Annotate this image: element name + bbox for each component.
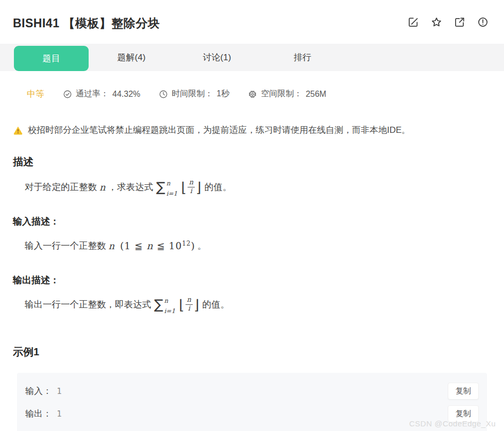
output-desc-text: 输出一行一个正整数，即表达式∑ni=1⌊ni⌋的值。: [25, 294, 504, 315]
header: BISHI41 【模板】整除分块: [0, 0, 504, 31]
warning-triangle-icon: [13, 125, 23, 135]
tab-solutions[interactable]: 题解(4): [89, 44, 174, 71]
meta-row: 中等 通过率： 44.32% 时间限制： 1秒 空间限制： 256M: [27, 88, 504, 100]
star-icon[interactable]: [431, 16, 442, 28]
output-desc-heading: 输出描述：: [13, 274, 504, 286]
space-limit-value: 256M: [306, 90, 326, 99]
space-limit-label: 空间限制：: [261, 89, 302, 99]
time-limit: 时间限制： 1秒: [159, 89, 229, 99]
tab-discussion[interactable]: 讨论(1): [174, 44, 260, 71]
sample-input-row: 输入： 1 复制: [17, 380, 487, 402]
time-limit-label: 时间限制：: [172, 89, 213, 99]
pass-rate-label: 通过率：: [76, 89, 109, 99]
share-icon[interactable]: [454, 16, 465, 28]
sigma-symbol: ∑: [156, 179, 165, 195]
notice-banner: 校招时部分企业笔试将禁止编程题跳出页面，为提前适应，练习时请使用在线自测，而非本…: [13, 124, 504, 136]
sample-output-value: 1: [57, 409, 62, 419]
copy-input-button[interactable]: 复制: [448, 383, 479, 400]
math-var-n: n: [109, 240, 115, 251]
tabbar: 题目 题解(4) 讨论(1) 排行: [0, 44, 504, 71]
sigma-symbol: ∑: [154, 297, 163, 312]
time-limit-value: 1秒: [216, 89, 229, 99]
difficulty-badge: 中等: [27, 88, 44, 100]
sample-input-label: 输入：: [25, 385, 52, 397]
pass-rate-value: 44.32%: [112, 90, 140, 99]
edit-icon[interactable]: [408, 16, 419, 28]
tab-ranking[interactable]: 排行: [260, 44, 345, 71]
math-var-n: n: [99, 182, 106, 193]
watermark: CSDN @CodeEdge_Xu: [409, 419, 496, 428]
problem-page: BISHI41 【模板】整除分块 题目 题解(4) 讨论(1) 排行 中等: [0, 0, 504, 431]
sum-formula: ∑ni=1⌊ni⌋: [156, 177, 201, 197]
space-limit: 空间限制： 256M: [248, 89, 326, 99]
pass-rate: 通过率： 44.32%: [63, 89, 140, 99]
header-actions: [408, 15, 489, 28]
notice-text: 校招时部分企业笔试将禁止编程题跳出页面，为提前适应，练习时请使用在线自测，而非本…: [28, 124, 410, 136]
check-circle-icon: [63, 90, 72, 99]
input-desc-text: 输入一行一个正整数n(1 ≦ n ≦ 1012)。: [25, 235, 504, 256]
description-heading: 描述: [13, 155, 504, 169]
page-title: BISHI41 【模板】整除分块: [13, 15, 160, 31]
report-icon[interactable]: [477, 16, 489, 28]
description-text: 对于给定的正整数n，求表达式∑ni=1⌊ni⌋的值。: [25, 176, 504, 198]
chip-icon: [248, 90, 257, 99]
constraint-expression: (1 ≦ n ≦ 1012): [120, 240, 195, 251]
sample-output-label: 输出：: [25, 408, 52, 420]
sample-input-value: 1: [57, 386, 62, 396]
sample-heading: 示例1: [13, 345, 504, 359]
input-desc-heading: 输入描述：: [13, 215, 504, 228]
clock-icon: [159, 90, 168, 99]
sum-formula: ∑ni=1⌊ni⌋: [154, 295, 199, 314]
tab-problem[interactable]: 题目: [14, 46, 89, 71]
